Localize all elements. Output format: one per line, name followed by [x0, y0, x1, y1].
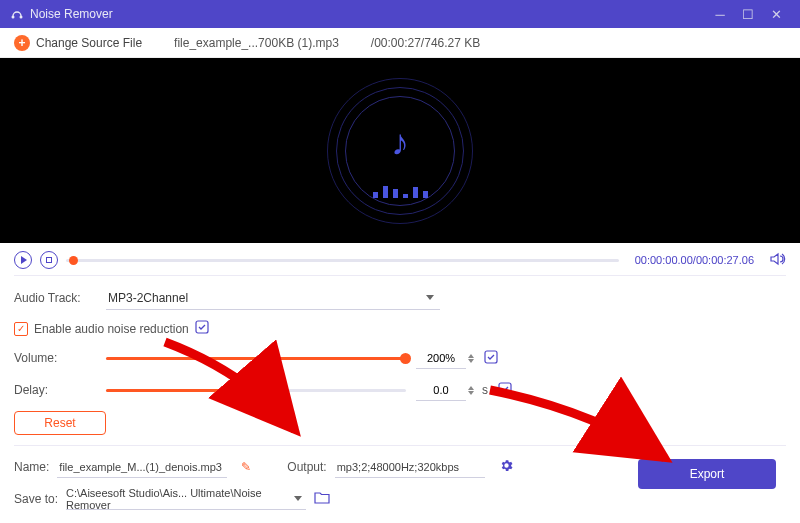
- delay-unit: s: [482, 383, 488, 397]
- play-button[interactable]: [14, 251, 32, 269]
- music-note-icon: ♪: [391, 122, 409, 164]
- audio-track-label: Audio Track:: [14, 291, 106, 305]
- name-input[interactable]: [57, 456, 227, 478]
- titlebar: Noise Remover ─ ☐ ✕: [0, 0, 800, 28]
- noise-reduction-checkbox[interactable]: ✓ Enable audio noise reduction: [14, 322, 189, 336]
- seek-slider[interactable]: [66, 259, 619, 262]
- audio-track-row: Audio Track: MP3-2Channel: [14, 286, 786, 310]
- window-title: Noise Remover: [30, 7, 706, 21]
- app-logo-icon: [10, 7, 24, 21]
- output-format-field[interactable]: [335, 456, 485, 478]
- chevron-down-icon: [426, 295, 434, 300]
- delay-slider[interactable]: [106, 389, 406, 392]
- source-toolbar: + Change Source File file_example_...700…: [0, 28, 800, 58]
- volume-row: Volume:: [14, 347, 786, 369]
- reset-button[interactable]: Reset: [14, 411, 106, 435]
- change-source-button[interactable]: + Change Source File: [14, 35, 142, 51]
- save-to-row: Save to: C:\Aiseesoft Studio\Ais... Ulti…: [14, 488, 786, 510]
- audio-preview: ♪: [0, 58, 800, 243]
- delay-label: Delay:: [14, 383, 106, 397]
- output-label: Output:: [287, 460, 326, 474]
- svg-point-1: [20, 16, 23, 19]
- save-to-label: Save to:: [14, 492, 58, 506]
- volume-stepper[interactable]: [468, 354, 474, 363]
- delay-stepper[interactable]: [468, 386, 474, 395]
- svg-rect-4: [499, 383, 511, 395]
- noise-reduction-row: ✓ Enable audio noise reduction: [14, 320, 786, 337]
- source-meta: /00:00:27/746.27 KB: [371, 36, 480, 50]
- svg-rect-2: [196, 321, 208, 333]
- volume-compare-icon[interactable]: [484, 350, 498, 367]
- minimize-button[interactable]: ─: [706, 7, 734, 22]
- save-to-select[interactable]: C:\Aiseesoft Studio\Ais... Ultimate\Nois…: [66, 488, 306, 510]
- close-button[interactable]: ✕: [762, 7, 790, 22]
- volume-slider[interactable]: [106, 357, 406, 360]
- svg-rect-3: [485, 351, 497, 363]
- maximize-button[interactable]: ☐: [734, 7, 762, 22]
- volume-label: Volume:: [14, 351, 106, 365]
- svg-point-0: [12, 16, 15, 19]
- volume-input[interactable]: [416, 347, 466, 369]
- playback-time: 00:00:00.00/00:00:27.06: [635, 254, 754, 266]
- delay-compare-icon[interactable]: [498, 382, 512, 399]
- change-source-label: Change Source File: [36, 36, 142, 50]
- output-settings-icon[interactable]: [499, 458, 514, 476]
- stop-button[interactable]: [40, 251, 58, 269]
- delay-row: Delay: s: [14, 379, 786, 401]
- open-folder-icon[interactable]: [314, 491, 330, 507]
- plus-icon: +: [14, 35, 30, 51]
- audio-visualizer: ♪: [325, 76, 475, 226]
- volume-icon[interactable]: [770, 252, 786, 269]
- chevron-down-icon: [294, 496, 302, 501]
- noise-settings-icon[interactable]: [195, 320, 209, 337]
- equalizer-icon: [373, 186, 428, 198]
- audio-track-select[interactable]: MP3-2Channel: [106, 286, 440, 310]
- edit-name-icon[interactable]: ✎: [241, 460, 251, 474]
- name-label: Name:: [14, 460, 49, 474]
- checkbox-icon: ✓: [14, 322, 28, 336]
- delay-input[interactable]: [416, 379, 466, 401]
- source-filename: file_example_...700KB (1).mp3: [174, 36, 339, 50]
- playback-row: 00:00:00.00/00:00:27.06: [14, 251, 786, 269]
- export-button[interactable]: Export: [638, 459, 776, 489]
